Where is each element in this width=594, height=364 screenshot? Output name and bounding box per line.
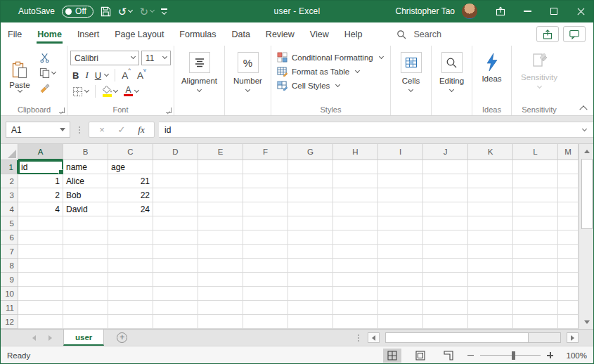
cell-I1[interactable]	[378, 160, 423, 174]
cell-C2[interactable]: 21	[108, 174, 153, 188]
cell-H1[interactable]	[333, 160, 378, 174]
cell-M12[interactable]	[558, 315, 579, 329]
cell-B7[interactable]	[63, 245, 108, 259]
cell-F11[interactable]	[243, 301, 288, 315]
cell-G5[interactable]	[288, 216, 333, 230]
cell-C9[interactable]	[108, 273, 153, 287]
cell-A8[interactable]	[18, 259, 63, 273]
cell-I2[interactable]	[378, 174, 423, 188]
undo-button[interactable]: ↺	[118, 6, 133, 17]
underline-button[interactable]: U	[95, 70, 101, 81]
cell-B11[interactable]	[63, 301, 108, 315]
copy-button[interactable]	[39, 67, 56, 78]
font-dialog-launcher[interactable]	[166, 108, 172, 113]
tab-view[interactable]: View	[302, 22, 337, 46]
tab-formulas[interactable]: Formulas	[172, 22, 224, 46]
cell-L7[interactable]	[513, 245, 558, 259]
cell-C8[interactable]	[108, 259, 153, 273]
cell-J3[interactable]	[423, 188, 468, 202]
cell-I7[interactable]	[378, 245, 423, 259]
cell-C4[interactable]: 24	[108, 202, 153, 216]
ideas-button[interactable]: Ideas	[475, 48, 508, 104]
sensitivity-button[interactable]: Sensitivity	[515, 48, 564, 104]
cell-B3[interactable]: Bob	[63, 188, 108, 202]
cell-J2[interactable]	[423, 174, 468, 188]
format-painter-button[interactable]	[39, 82, 56, 93]
cell-D1[interactable]	[153, 160, 198, 174]
page-break-preview-button[interactable]	[439, 349, 458, 363]
cell-M8[interactable]	[558, 259, 579, 273]
row-header-6[interactable]: 6	[0, 230, 18, 245]
cell-J1[interactable]	[423, 160, 468, 174]
cell-J7[interactable]	[423, 245, 468, 259]
cell-M6[interactable]	[558, 230, 579, 245]
cell-J12[interactable]	[423, 315, 468, 329]
cell-D5[interactable]	[153, 216, 198, 230]
cell-A1[interactable]: id	[18, 160, 63, 174]
cell-L10[interactable]	[513, 287, 558, 301]
cell-E9[interactable]	[198, 273, 243, 287]
cell-G10[interactable]	[288, 287, 333, 301]
clipboard-dialog-launcher[interactable]	[59, 108, 65, 113]
cell-E10[interactable]	[198, 287, 243, 301]
cell-H8[interactable]	[333, 259, 378, 273]
cell-E11[interactable]	[198, 301, 243, 315]
cell-M1[interactable]	[558, 160, 579, 174]
cell-E2[interactable]	[198, 174, 243, 188]
row-header-1[interactable]: 1	[0, 160, 18, 174]
cell-F8[interactable]	[243, 259, 288, 273]
paste-button[interactable]: Paste	[4, 48, 35, 104]
cell-D9[interactable]	[153, 273, 198, 287]
cell-A11[interactable]	[18, 301, 63, 315]
cell-K9[interactable]	[468, 273, 513, 287]
cell-E6[interactable]	[198, 230, 243, 245]
close-button[interactable]	[567, 0, 594, 22]
scroll-left-button[interactable]	[368, 332, 380, 343]
cell-K6[interactable]	[468, 230, 513, 245]
cells-button[interactable]: Cells	[394, 48, 428, 104]
formula-bar-handle[interactable]	[79, 126, 80, 134]
row-header-3[interactable]: 3	[0, 188, 18, 202]
page-layout-view-button[interactable]	[411, 349, 430, 363]
cell-M2[interactable]	[558, 174, 579, 188]
cell-H5[interactable]	[333, 216, 378, 230]
user-avatar[interactable]	[462, 4, 477, 19]
zoom-out-button[interactable]	[467, 355, 474, 356]
cell-B2[interactable]: Alice	[63, 174, 108, 188]
cell-D10[interactable]	[153, 287, 198, 301]
column-header-E[interactable]: E	[198, 144, 243, 160]
cell-G7[interactable]	[288, 245, 333, 259]
cell-G2[interactable]	[288, 174, 333, 188]
cell-L6[interactable]	[513, 230, 558, 245]
tab-home[interactable]: Home	[30, 22, 70, 46]
cell-G8[interactable]	[288, 259, 333, 273]
autosave-toggle[interactable]: Off	[62, 6, 93, 18]
cell-E7[interactable]	[198, 245, 243, 259]
column-header-G[interactable]: G	[288, 144, 333, 160]
cell-C1[interactable]: age	[108, 160, 153, 174]
cell-L8[interactable]	[513, 259, 558, 273]
tab-insert[interactable]: Insert	[70, 22, 107, 46]
cell-E12[interactable]	[198, 315, 243, 329]
cell-L12[interactable]	[513, 315, 558, 329]
cell-A3[interactable]: 2	[18, 188, 63, 202]
cell-F7[interactable]	[243, 245, 288, 259]
select-all-corner[interactable]	[0, 144, 18, 160]
fill-color-button[interactable]	[102, 86, 117, 97]
cell-H3[interactable]	[333, 188, 378, 202]
cell-H10[interactable]	[333, 287, 378, 301]
cell-J8[interactable]	[423, 259, 468, 273]
name-box[interactable]: A1	[6, 122, 70, 138]
cell-C12[interactable]	[108, 315, 153, 329]
cell-I9[interactable]	[378, 273, 423, 287]
cell-A6[interactable]	[18, 230, 63, 245]
zoom-slider-thumb[interactable]	[512, 351, 515, 360]
cell-D12[interactable]	[153, 315, 198, 329]
cell-G6[interactable]	[288, 230, 333, 245]
cell-K3[interactable]	[468, 188, 513, 202]
column-header-D[interactable]: D	[153, 144, 198, 160]
cell-B4[interactable]: David	[63, 202, 108, 216]
italic-button[interactable]: I	[85, 70, 88, 81]
cell-C11[interactable]	[108, 301, 153, 315]
cell-A7[interactable]	[18, 245, 63, 259]
